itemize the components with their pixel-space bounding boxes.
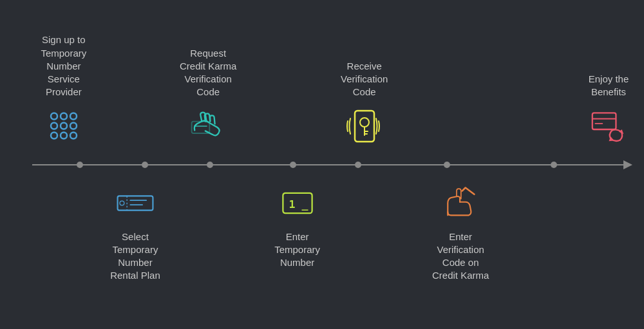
step-6-icon: 1 _: [275, 184, 320, 223]
svg-point-4: [61, 123, 67, 129]
step-5: SelectTemporaryNumberRental Plan: [110, 165, 160, 283]
step-1-label: Sign up toTemporaryNumberServiceProvider: [41, 33, 86, 99]
step-4-icon: [586, 107, 631, 146]
step-4-label: Enjoy theBenefits: [589, 73, 629, 99]
step-5-icon: [113, 184, 158, 223]
svg-text:1 _: 1 _: [289, 198, 308, 211]
svg-point-7: [61, 133, 67, 139]
svg-point-8: [70, 133, 77, 139]
dot-7: [551, 162, 557, 168]
step-2-icon: [185, 107, 231, 146]
svg-point-5: [70, 123, 77, 129]
svg-point-2: [70, 113, 77, 120]
svg-point-3: [51, 123, 57, 129]
svg-rect-16: [592, 113, 616, 129]
step-3: ReceiveVerificationCode: [341, 60, 388, 165]
step-1: Sign up toTemporaryNumberServiceProvider: [41, 33, 86, 164]
step-2-label: RequestCredit KarmaVerificationCode: [180, 47, 236, 99]
step-7: EnterVerificationCode onCredit Karma: [432, 165, 489, 283]
svg-point-24: [120, 201, 124, 205]
step-7-label: EnterVerificationCode onCredit Karma: [432, 230, 489, 283]
step-2: RequestCredit KarmaVerificationCode: [180, 47, 236, 165]
svg-point-0: [51, 113, 57, 120]
step-3-icon: [342, 107, 387, 146]
svg-rect-21: [118, 196, 153, 210]
step-6-label: EnterTemporaryNumber: [274, 230, 320, 270]
step-7-icon: [438, 184, 483, 223]
step-5-label: SelectTemporaryNumberRental Plan: [110, 230, 160, 283]
svg-point-12: [360, 118, 369, 127]
step-3-label: ReceiveVerificationCode: [341, 60, 388, 99]
svg-point-6: [51, 133, 57, 139]
svg-point-1: [61, 113, 67, 120]
step-1-icon: [41, 107, 86, 146]
step-4: Enjoy theBenefits: [586, 73, 631, 165]
diagram-container: Sign up toTemporaryNumberServiceProvider…: [6, 7, 638, 323]
step-6: 1 _ EnterTemporaryNumber: [274, 165, 320, 270]
